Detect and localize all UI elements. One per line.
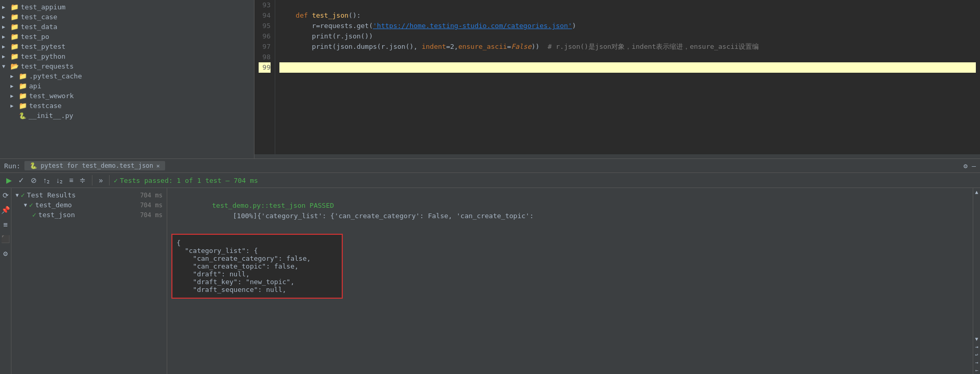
line-num-95: 95 <box>259 21 271 31</box>
filter-icon2[interactable]: ≡ <box>2 219 8 230</box>
scroll-left2-button[interactable]: ← <box>974 366 979 374</box>
sidebar-item-test-appium[interactable]: ▶ 📁 test_appium <box>0 2 254 12</box>
filter-button[interactable]: ≡ <box>67 175 75 185</box>
horizontal-scrollbar[interactable] <box>254 154 980 158</box>
sidebar-item-test-wework[interactable]: ▶ 📁 test_wework <box>0 91 254 101</box>
sidebar-item-label: test_pytest <box>21 43 65 50</box>
history-icon[interactable]: ⟳ <box>2 190 10 201</box>
code-editor-area: 93 94 95 96 97 98 99 def test_json(): r=… <box>254 0 980 158</box>
filter2-icon: ≑ <box>79 176 86 184</box>
expand-arrow: ▶ <box>2 54 10 59</box>
expand-arrow: ▶ <box>2 4 10 10</box>
folder-icon: 📁 <box>10 43 19 50</box>
output-line-passed: test_demo.py::test_json PASSED [100%]{'c… <box>171 190 969 232</box>
sidebar-item-test-case[interactable]: ▶ 📁 test_case <box>0 12 254 22</box>
expand-arrow: ▶ <box>2 34 10 39</box>
sidebar-item-api[interactable]: ▶ 📁 api <box>0 81 254 91</box>
param-indent: indent <box>422 43 446 50</box>
status-label: Tests passed: 1 of 1 test – 704 ms <box>120 177 258 184</box>
sidebar-item-testcase[interactable]: ▶ 📁 testcase <box>0 101 254 111</box>
play-button[interactable]: ▶ <box>4 175 14 185</box>
sidebar-item-test-python[interactable]: ▶ 📁 test_python <box>0 51 254 61</box>
gear-icon[interactable]: ⚙ <box>963 162 968 170</box>
left-icon-strip: ⟳ 📌 ≡ ⬛ ⚙ <box>0 188 11 374</box>
folder-icon: 📁 <box>19 102 27 110</box>
folder-icon: 📁 <box>10 33 19 41</box>
sidebar-item-init-py[interactable]: ▶ 🐍 __init__.py <box>0 111 254 121</box>
output-area[interactable]: test_demo.py::test_json PASSED [100%]{'c… <box>167 188 973 374</box>
settings-icon[interactable]: ⚙ <box>2 248 8 259</box>
console-icon[interactable]: ⬛ <box>0 234 11 244</box>
sidebar-item-pytest-cache[interactable]: ▶ 📁 .pytest_cache <box>0 71 254 81</box>
scroll-right2-button[interactable]: → <box>974 358 979 366</box>
line-num-98: 98 <box>259 52 271 62</box>
sidebar-item-test-requests[interactable]: ▼ 📂 test_requests <box>0 61 254 71</box>
result-root[interactable]: ▼ ✓ Test Results 704 ms <box>11 190 167 200</box>
sort-desc-button[interactable]: ↓₂ <box>54 175 65 185</box>
scroll-down-button[interactable]: ▼ <box>974 335 979 343</box>
param-ensure: ensure_ascii <box>458 43 507 50</box>
sidebar-item-label: test_po <box>21 33 49 41</box>
run-label: Run: <box>4 162 20 170</box>
check-icon: ✓ <box>18 176 24 184</box>
sort-asc-icon: ↑₂ <box>43 176 50 184</box>
sidebar-item-test-pytest[interactable]: ▶ 📁 test_pytest <box>0 42 254 51</box>
result-root-label: Test Results <box>27 191 76 199</box>
sidebar-item-test-data[interactable]: ▶ 📁 test_data <box>0 22 254 32</box>
more-button[interactable]: » <box>97 175 105 185</box>
keyword-false: False <box>511 43 531 50</box>
pass-check-icon: ✓ <box>21 191 25 199</box>
minimize-icon[interactable]: — <box>972 162 976 170</box>
folder-icon: 📁 <box>19 92 27 100</box>
close-tab-button[interactable]: ✕ <box>156 163 160 169</box>
run-tab[interactable]: 🐍 pytest for test_demo.test_json ✕ <box>24 161 165 170</box>
result-root-time: 704 ms <box>140 192 163 199</box>
stop-button[interactable]: ⊘ <box>29 175 39 185</box>
sidebar-item-label: test_python <box>21 52 65 60</box>
toolbar-separator <box>92 175 92 185</box>
sidebar-item-label: test_requests <box>21 62 74 70</box>
folder-open-icon: 📂 <box>10 62 19 70</box>
result-test-demo[interactable]: ▼ ✓ test_demo 704 ms <box>11 200 167 210</box>
play-icon: ▶ <box>6 176 12 184</box>
sidebar-item-label: api <box>29 82 41 90</box>
expand-arrow: ▶ <box>10 83 19 89</box>
code-line-97: print(json.dumps(r.json(), indent=2,ensu… <box>279 42 976 52</box>
sidebar-item-test-po[interactable]: ▶ 📁 test_po <box>0 32 254 42</box>
pass-check-icon: ✓ <box>29 201 33 209</box>
line-num-94: 94 <box>259 10 271 21</box>
code-editor: 93 94 95 96 97 98 99 def test_json(): r=… <box>254 0 980 154</box>
scroll-left-button[interactable]: ↩ <box>974 351 979 358</box>
sidebar-item-label: test_wework <box>29 92 74 100</box>
json-output-box: { "category_list": { "can_create_categor… <box>171 234 343 299</box>
filter2-button[interactable]: ≑ <box>77 175 88 185</box>
result-test-json[interactable]: ✓ test_json 704 ms <box>11 210 167 220</box>
sort-desc-icon: ↓₂ <box>56 176 63 184</box>
expand-arrow: ▶ <box>2 24 10 30</box>
more-icon: » <box>99 176 103 184</box>
check-all-button[interactable]: ✓ <box>16 175 26 185</box>
scroll-right-button[interactable]: ⇥ <box>974 343 979 351</box>
line-num-99: 99 <box>259 62 271 73</box>
code-content[interactable]: def test_json(): r=requests.get('https:/… <box>275 0 980 154</box>
result-child1-time: 704 ms <box>140 202 163 209</box>
pin-icon[interactable]: 📌 <box>0 205 11 215</box>
main-container: ▶ 📁 test_appium ▶ 📁 test_case ▶ 📁 test_d… <box>0 0 980 374</box>
sidebar-item-label: testcase <box>29 102 62 110</box>
sidebar-item-label: __init__.py <box>29 112 73 119</box>
scroll-up-button[interactable]: ▲ <box>974 188 979 196</box>
sort-asc-button[interactable]: ↑₂ <box>41 175 52 185</box>
code-line-93 <box>279 0 976 10</box>
url-link[interactable]: 'https://home.testing-studio.com/categor… <box>373 22 572 30</box>
code-line-95: r=requests.get('https://home.testing-stu… <box>279 21 976 31</box>
passed-text: test_demo.py::test_json PASSED <box>212 202 334 209</box>
filter-icon: ≡ <box>69 176 73 184</box>
right-scrollbar[interactable]: ▲ ▼ ⇥ ↩ → ← <box>973 188 980 374</box>
keyword-def: def <box>296 11 307 19</box>
code-line-94: def test_json(): <box>279 10 976 21</box>
run-tab-label: pytest for test_demo.test_json <box>41 162 153 169</box>
sidebar-item-label: test_case <box>21 13 57 21</box>
status-check-icon: ✓ <box>114 177 118 184</box>
run-panel: Run: 🐍 pytest for test_demo.test_json ✕ … <box>0 158 980 374</box>
comment: # r.json()是json对象，indent表示缩进，ensure_asci… <box>548 43 759 50</box>
